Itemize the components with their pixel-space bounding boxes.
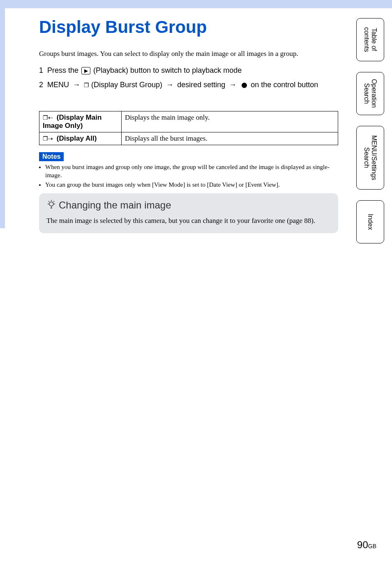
step-2-post: on the control button bbox=[251, 81, 318, 89]
step-1: 1 Press the ▶ (Playback) button to switc… bbox=[39, 65, 339, 76]
setting-description: Displays the main image only. bbox=[122, 111, 338, 132]
setting-description: Displays all the burst images. bbox=[122, 132, 338, 145]
side-tabs: Table of contents Operation Search MENU/… bbox=[356, 18, 384, 243]
step-text: Press the ▶ (Playback) button to switch … bbox=[47, 65, 339, 76]
settings-table: ❐⇠ (Display Main Image Only) Displays th… bbox=[39, 111, 338, 145]
step-list: 1 Press the ▶ (Playback) button to switc… bbox=[39, 65, 339, 94]
notes-list: When you burst images and group only one… bbox=[39, 163, 339, 190]
step-2-mid2: desired setting bbox=[177, 81, 227, 89]
step-1-post: (Playback) button to switch to playback … bbox=[93, 66, 242, 74]
arrow-icon: → bbox=[73, 81, 80, 89]
step-2-mid1: (Display Burst Group) bbox=[91, 81, 164, 89]
notes-label: Notes bbox=[39, 152, 64, 161]
display-main-only-icon: ❐⇠ bbox=[43, 114, 53, 121]
tab-table-of-contents[interactable]: Table of contents bbox=[356, 18, 384, 61]
step-text: MENU → ❐ (Display Burst Group) → desired… bbox=[47, 79, 339, 90]
top-decorative-bar bbox=[0, 0, 392, 8]
step-number: 1 bbox=[39, 65, 43, 76]
tab-operation-search[interactable]: Operation Search bbox=[356, 72, 384, 115]
tip-title: Changing the main image bbox=[46, 199, 331, 211]
step-number: 2 bbox=[39, 79, 43, 90]
setting-label: ❐⇠ (Display Main Image Only) bbox=[39, 111, 122, 132]
display-all-icon: ❐⇢ bbox=[43, 135, 53, 142]
setting-label: ❐⇢ (Display All) bbox=[39, 132, 122, 145]
tip-lightbulb-icon bbox=[46, 199, 56, 211]
svg-line-4 bbox=[48, 201, 49, 202]
note-item: You can group the burst images only when… bbox=[45, 181, 339, 189]
page-number-value: 90 bbox=[357, 539, 368, 550]
table-row: ❐⇠ (Display Main Image Only) Displays th… bbox=[39, 111, 338, 132]
svg-point-0 bbox=[49, 202, 53, 206]
tip-text: The main image is selected by this camer… bbox=[46, 216, 331, 226]
page-title: Display Burst Group bbox=[39, 17, 207, 37]
arrow-icon: → bbox=[166, 81, 173, 89]
left-decorative-bar bbox=[0, 0, 5, 228]
control-dot-icon bbox=[242, 83, 247, 88]
arrow-icon: → bbox=[229, 81, 236, 89]
note-item: When you burst images and group only one… bbox=[45, 163, 339, 180]
intro-text: Groups burst images. You can select to d… bbox=[39, 49, 339, 59]
tip-box: Changing the main image The main image i… bbox=[39, 193, 338, 233]
tab-index[interactable]: Index bbox=[356, 200, 384, 243]
table-row: ❐⇢ (Display All) Displays all the burst … bbox=[39, 132, 338, 145]
tip-title-text: Changing the main image bbox=[59, 199, 171, 211]
tab-menu-settings-search[interactable]: MENU/Settings Search bbox=[356, 126, 384, 190]
step-2: 2 MENU → ❐ (Display Burst Group) → desir… bbox=[39, 79, 339, 90]
step-1-pre: Press the bbox=[47, 66, 81, 74]
page-number-suffix: GB bbox=[368, 543, 376, 549]
playback-icon: ▶ bbox=[81, 67, 90, 74]
page-number: 90GB bbox=[357, 539, 376, 551]
step-2-pre: MENU bbox=[47, 81, 71, 89]
setting-label-text: (Display All) bbox=[57, 134, 97, 142]
burst-group-icon: ❐ bbox=[84, 81, 89, 90]
svg-line-5 bbox=[53, 201, 54, 202]
